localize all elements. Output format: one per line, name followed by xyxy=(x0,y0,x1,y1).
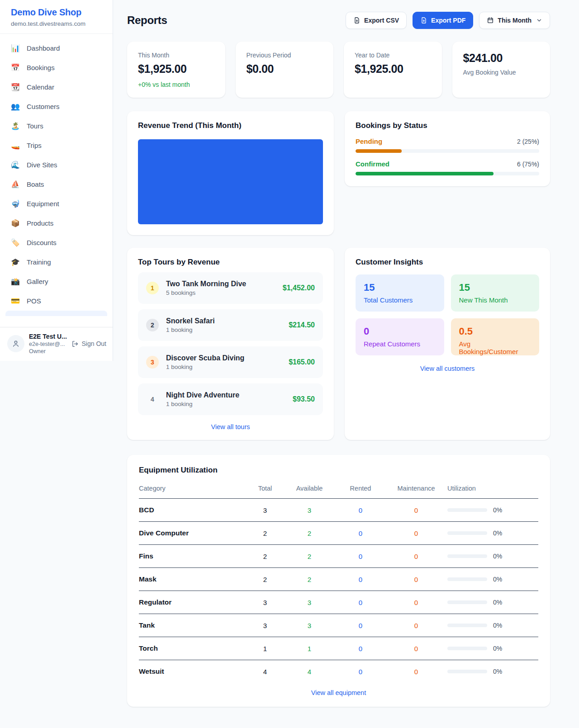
sidebar-item-label: Bookings xyxy=(27,64,55,71)
period-dropdown[interactable]: This Month xyxy=(479,12,550,29)
cell-available: 3 xyxy=(283,591,336,614)
sidebar-item-products[interactable]: 📦 Products xyxy=(5,213,107,233)
utilization-percent: 0% xyxy=(493,645,502,652)
cell-maintenance: 0 xyxy=(385,660,447,681)
sidebar-item-trips[interactable]: 🚤 Trips xyxy=(5,136,107,155)
file-download-icon xyxy=(353,17,361,24)
cell-maintenance: 0 xyxy=(385,568,447,591)
utilization-bar xyxy=(447,508,487,512)
cell-utilization: 0% xyxy=(447,545,538,568)
sidebar-item-boats[interactable]: ⛵ Boats xyxy=(5,175,107,194)
sidebar-item-calendar[interactable]: 📆 Calendar xyxy=(5,77,107,97)
tour-bookings: 1 booking xyxy=(166,401,239,407)
sidebar-item-training[interactable]: 🎓 Training xyxy=(5,252,107,272)
user-info: E2E Test U... e2e-tester@... Owner xyxy=(29,333,67,355)
cell-category: BCD xyxy=(139,499,247,522)
sidebar-item-label: Dashboard xyxy=(27,44,60,52)
tour-name: Two Tank Morning Dive xyxy=(166,280,246,288)
sidebar-item-label: Trips xyxy=(27,142,42,149)
pos-icon: 💳 xyxy=(11,297,20,305)
stat-value: $1,925.00 xyxy=(138,62,214,76)
sidebar-item-gallery[interactable]: 📸 Gallery xyxy=(5,272,107,291)
tour-row: 2 Snorkel Safari 1 booking $214.50 xyxy=(138,309,323,341)
sidebar-item-dashboard[interactable]: 📊 Dashboard xyxy=(5,38,107,58)
table-row: Dive Computer 2 2 0 0 0% xyxy=(139,522,538,545)
utilization-percent: 0% xyxy=(493,506,502,514)
revenue-trend-card: Revenue Trend (This Month) xyxy=(127,111,334,235)
export-csv-button[interactable]: Export CSV xyxy=(346,12,407,29)
stat-card-avg-booking-value: $241.00 Avg Booking Value xyxy=(452,42,551,98)
column-header: Category xyxy=(139,480,247,499)
user-email: e2e-tester@... xyxy=(29,341,67,347)
status-row-confirmed: Confirmed 6 (75%) xyxy=(356,160,539,175)
view-all-equipment-link[interactable]: View all equipment xyxy=(311,689,366,696)
sidebar-item-label: Tours xyxy=(27,122,43,130)
cell-maintenance: 0 xyxy=(385,591,447,614)
progress-track xyxy=(356,149,539,153)
utilization-bar xyxy=(447,624,487,627)
tour-name: Snorkel Safari xyxy=(166,317,215,325)
equipment-title: Equipment Utilization xyxy=(139,466,538,475)
sidebar-item-discounts[interactable]: 🏷️ Discounts xyxy=(5,233,107,252)
cell-maintenance: 0 xyxy=(385,637,447,660)
rank-badge: 2 xyxy=(146,319,159,331)
gallery-icon: 📸 xyxy=(11,277,20,286)
products-icon: 📦 xyxy=(11,219,20,227)
cell-rented: 0 xyxy=(336,568,385,591)
sidebar-item-label: Customers xyxy=(27,103,60,110)
tour-bookings: 1 booking xyxy=(166,326,215,333)
export-pdf-button[interactable]: Export PDF xyxy=(413,12,473,29)
cell-utilization: 0% xyxy=(447,637,538,660)
equipment-icon: 🤿 xyxy=(11,199,20,208)
tour-name: Night Dive Adventure xyxy=(166,391,239,399)
sidebar-item-equipment[interactable]: 🤿 Equipment xyxy=(5,194,107,213)
user-panel: E2E Test U... e2e-tester@... Owner Sign … xyxy=(0,327,113,361)
cell-utilization: 0% xyxy=(447,499,538,522)
trips-icon: 🚤 xyxy=(11,141,20,150)
insight-tiles: 15 Total Customers 15 New This Month 0 R… xyxy=(356,274,539,355)
cell-category: Mask xyxy=(139,568,247,591)
sidebar-item-label: Calendar xyxy=(27,83,54,91)
sidebar-item-tours[interactable]: 🏝️ Tours xyxy=(5,116,107,136)
utilization-bar xyxy=(447,531,487,535)
view-all-tours-link[interactable]: View all tours xyxy=(211,423,250,430)
cell-available: 2 xyxy=(283,568,336,591)
tour-revenue: $93.50 xyxy=(293,395,315,403)
cell-total: 2 xyxy=(247,545,283,568)
tours-icon: 🏝️ xyxy=(11,122,20,130)
tile-label: Avg Bookings/Customer xyxy=(459,340,532,355)
training-icon: 🎓 xyxy=(11,258,20,266)
tile-value: 0 xyxy=(364,326,436,337)
cell-utilization: 0% xyxy=(447,568,538,591)
progress-fill-confirmed xyxy=(356,172,494,175)
cell-rented: 0 xyxy=(336,637,385,660)
cell-category: Dive Computer xyxy=(139,522,247,545)
view-all-customers-link[interactable]: View all customers xyxy=(420,365,475,372)
tile-value: 15 xyxy=(459,282,532,293)
dashboard-icon: 📊 xyxy=(11,44,20,52)
table-row: Wetsuit 4 4 0 0 0% xyxy=(139,660,538,681)
sidebar-item-customers[interactable]: 👥 Customers xyxy=(5,97,107,116)
tour-row: 1 Two Tank Morning Dive 5 bookings $1,45… xyxy=(138,272,323,304)
calendar-icon: 📆 xyxy=(11,83,20,91)
shop-domain: demo.test.divestreams.com xyxy=(11,20,102,27)
cell-utilization: 0% xyxy=(447,614,538,637)
rank-badge: 1 xyxy=(146,282,159,294)
page-title: Reports xyxy=(127,14,167,27)
customer-insights-title: Customer Insights xyxy=(356,258,539,267)
stat-value: $0.00 xyxy=(247,62,323,76)
status-label: Pending xyxy=(356,137,382,145)
status-count: 2 (25%) xyxy=(517,138,539,145)
sidebar-item-dive-sites[interactable]: 🌊 Dive Sites xyxy=(5,155,107,175)
sidebar-item-pos[interactable]: 💳 POS xyxy=(5,291,107,311)
tile-repeat-customers: 0 Repeat Customers xyxy=(356,318,444,355)
logout-icon xyxy=(71,340,79,348)
revenue-trend-title: Revenue Trend (This Month) xyxy=(138,121,323,130)
sidebar-item-reports-partial[interactable] xyxy=(5,311,107,316)
column-header: Maintenance xyxy=(385,480,447,499)
sign-out-button[interactable]: Sign Out xyxy=(71,340,106,348)
row-lists: Top Tours by Revenue 1 Two Tank Morning … xyxy=(127,248,550,440)
cell-available: 2 xyxy=(283,522,336,545)
sidebar-item-bookings[interactable]: 📅 Bookings xyxy=(5,58,107,77)
sidebar-nav: 📊 Dashboard 📅 Bookings 📆 Calendar 👥 Cust… xyxy=(0,34,113,327)
